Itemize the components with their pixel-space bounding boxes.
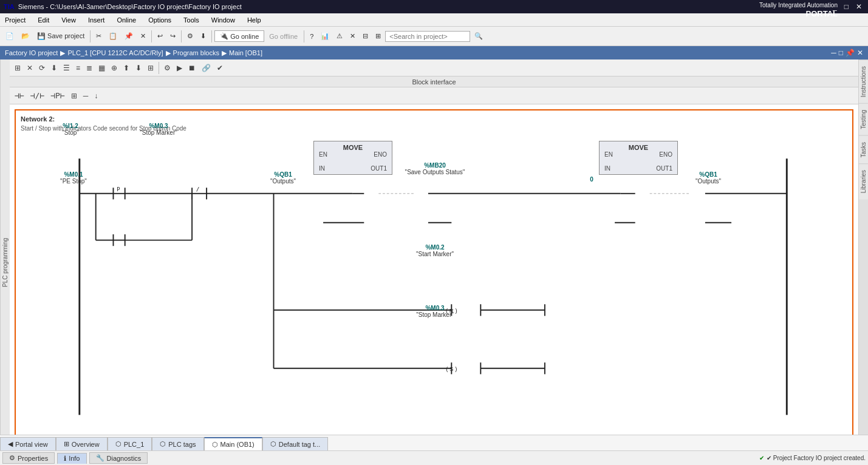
maximize-button[interactable]: □ bbox=[842, 2, 851, 11]
contact-pos-btn[interactable]: ⊣P⊢ bbox=[48, 90, 67, 101]
stb-btn-6[interactable]: ≡ bbox=[73, 63, 83, 73]
win-pin[interactable]: 📌 bbox=[846, 49, 855, 57]
breadcrumb-sep-2: ▶ bbox=[222, 49, 227, 57]
help-button[interactable]: ? bbox=[307, 31, 316, 42]
default-tag-icon: ⬡ bbox=[270, 440, 276, 448]
save-button[interactable]: 💾 Save project bbox=[34, 30, 87, 42]
error-button[interactable]: ⚠ bbox=[333, 30, 346, 42]
block-interface-bar: Block interface bbox=[10, 76, 858, 87]
stb-btn-8[interactable]: ▦ bbox=[96, 63, 108, 73]
move2-out1: OUT1 bbox=[656, 165, 672, 172]
menu-online[interactable]: Online bbox=[114, 15, 138, 25]
win-minimize[interactable]: ─ bbox=[831, 49, 836, 57]
redo-button[interactable]: ↪ bbox=[167, 30, 179, 42]
contact-m01-label: "PE Stop" bbox=[52, 178, 95, 185]
tab-libraries[interactable]: Libraries bbox=[859, 163, 868, 199]
breadcrumb-item-0[interactable]: Factory IO project bbox=[5, 49, 58, 56]
menu-insert[interactable]: Insert bbox=[86, 15, 108, 25]
breadcrumb-item-2[interactable]: Program blocks bbox=[173, 49, 219, 56]
undo-button[interactable]: ↩ bbox=[154, 30, 166, 42]
menu-tools[interactable]: Tools bbox=[181, 15, 202, 25]
svg-text:( S ): ( S ) bbox=[446, 365, 457, 372]
stb-btn-10[interactable]: ⬆ bbox=[121, 63, 132, 73]
toolbar-sep-5 bbox=[304, 30, 304, 42]
win-close[interactable]: ✕ bbox=[857, 49, 863, 57]
toolbar-sep-4 bbox=[211, 30, 212, 42]
network-header: Network 2: bbox=[21, 115, 847, 123]
down-wire-btn[interactable]: ↓ bbox=[92, 90, 100, 101]
tab-tasks[interactable]: Tasks bbox=[859, 135, 868, 164]
split-button[interactable]: ⊞ bbox=[372, 30, 384, 42]
stb-btn-2[interactable]: ✕ bbox=[24, 63, 35, 73]
copy-button[interactable]: 📋 bbox=[106, 30, 120, 42]
stb-run[interactable]: ▶ bbox=[174, 63, 185, 73]
move2-zero: 0 bbox=[586, 176, 598, 183]
stb-btn-4[interactable]: ⬇ bbox=[49, 63, 60, 73]
move1-eno: ENO bbox=[374, 151, 387, 158]
search-input[interactable] bbox=[385, 31, 470, 42]
win-maximize[interactable]: □ bbox=[839, 49, 843, 57]
menu-window[interactable]: Window bbox=[209, 15, 238, 25]
open-button[interactable]: 📂 bbox=[18, 30, 33, 42]
stb-link[interactable]: 🔗 bbox=[199, 63, 213, 73]
mb20-var: %MB20 bbox=[405, 162, 465, 169]
main-ob1-icon: ⬡ bbox=[212, 441, 218, 449]
right-tabs: Instructions Testing Tasks Libraries bbox=[858, 59, 868, 465]
wire-btn[interactable]: ─ bbox=[81, 90, 91, 101]
stb-btn-9[interactable]: ⊕ bbox=[109, 63, 120, 73]
close-button[interactable]: ✕ bbox=[853, 2, 864, 11]
breadcrumb-sep-1: ▶ bbox=[166, 49, 171, 57]
breadcrumb-item-3[interactable]: Main [OB1] bbox=[229, 49, 262, 56]
diagnostics-label: Diagnostics bbox=[107, 455, 142, 462]
menu-help[interactable]: Help bbox=[245, 15, 264, 25]
stb-btn-11[interactable]: ⬇ bbox=[133, 63, 144, 73]
tab-testing[interactable]: Testing bbox=[859, 103, 868, 135]
plc1-tab[interactable]: ⬡ PLC_1 bbox=[108, 437, 152, 450]
go-offline-label: Go offline bbox=[269, 33, 298, 40]
go-offline-button[interactable]: Go offline bbox=[265, 32, 301, 41]
contact-no-btn[interactable]: ⊣⊢ bbox=[12, 90, 27, 101]
cut-button[interactable]: ✂ bbox=[93, 30, 104, 42]
network-canvas[interactable]: Network 2: Start / Stop with indicators … bbox=[10, 104, 858, 465]
info-tab[interactable]: ℹ Info bbox=[57, 453, 86, 464]
layout-button[interactable]: ⊟ bbox=[360, 30, 371, 42]
stb-btn-3[interactable]: ⟳ bbox=[36, 63, 47, 73]
go-online-button[interactable]: 🔌 Go online bbox=[214, 30, 264, 42]
mb20-output: %MB20 "Save Outputs Status" bbox=[405, 162, 465, 175]
compile-button[interactable]: ⚙ bbox=[184, 30, 196, 42]
menu-view[interactable]: View bbox=[59, 15, 78, 25]
stb-btn-1[interactable]: ⊞ bbox=[12, 63, 23, 73]
portal-view-tab[interactable]: ◀ Portal view bbox=[0, 437, 56, 450]
contact-nc-btn[interactable]: ⊣/⊢ bbox=[28, 90, 47, 101]
default-tag-tab[interactable]: ⬡ Default tag t... bbox=[262, 437, 328, 450]
new-button[interactable]: 📄 bbox=[2, 30, 17, 42]
main-ob1-tab[interactable]: ⬡ Main (OB1) bbox=[204, 437, 262, 450]
plc-tags-tab[interactable]: ⬡ PLC tags bbox=[152, 437, 203, 450]
status-button[interactable]: 📊 bbox=[318, 30, 332, 42]
menu-project[interactable]: Project bbox=[2, 15, 28, 25]
stb-check[interactable]: ✔ bbox=[214, 63, 225, 73]
search-button[interactable]: 🔍 bbox=[471, 30, 486, 42]
qb1-out-label: "Outputs" bbox=[684, 178, 733, 185]
contact-m01-var: %M0.1 bbox=[52, 171, 95, 178]
overview-tab[interactable]: ⊞ Overview bbox=[56, 437, 108, 450]
breadcrumb-item-1[interactable]: PLC_1 [CPU 1212C AC/DC/Rly] bbox=[67, 49, 163, 56]
paste-button[interactable]: 📌 bbox=[121, 30, 136, 42]
stb-stop[interactable]: ⏹ bbox=[186, 63, 198, 73]
stb-compile[interactable]: ⚙ bbox=[162, 63, 173, 73]
stb-btn-5[interactable]: ☰ bbox=[61, 63, 72, 73]
plc-tags-label: PLC tags bbox=[168, 441, 196, 448]
stb-btn-7[interactable]: ≣ bbox=[84, 63, 95, 73]
stb-btn-12[interactable]: ⊞ bbox=[145, 63, 156, 73]
contact-m01: %M0.1 "PE Stop" bbox=[52, 171, 95, 185]
menu-options[interactable]: Options bbox=[146, 15, 174, 25]
properties-tab[interactable]: ⚙ Properties bbox=[2, 452, 55, 464]
tab-instructions[interactable]: Instructions bbox=[859, 59, 868, 103]
open-branch-btn[interactable]: ⊞ bbox=[69, 90, 80, 101]
clear-button[interactable]: ✕ bbox=[347, 30, 358, 42]
move2-en: EN bbox=[604, 151, 613, 158]
download-button[interactable]: ⬇ bbox=[197, 30, 209, 42]
diagnostics-tab[interactable]: 🔧 Diagnostics bbox=[89, 452, 148, 464]
delete-button[interactable]: ✕ bbox=[137, 30, 149, 42]
menu-edit[interactable]: Edit bbox=[35, 15, 52, 25]
